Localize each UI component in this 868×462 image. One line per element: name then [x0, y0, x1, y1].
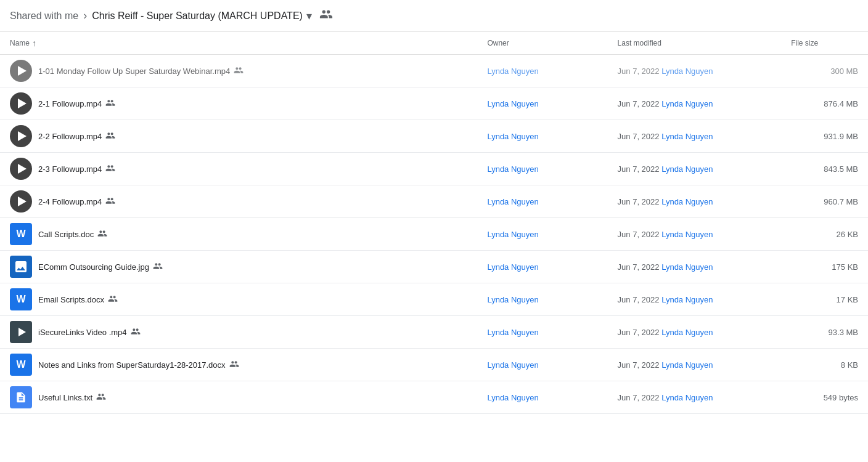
file-name: 2-3 Followup.mp4 — [38, 164, 102, 174]
file-type-icon — [10, 190, 32, 213]
file-name-row: 2-3 Followup.mp4 — [38, 163, 115, 175]
file-name-cell: 2-2 Followup.mp4 — [0, 120, 477, 152]
breadcrumb-separator: › — [83, 9, 87, 22]
file-name-cell: Useful Links.txt — [0, 381, 477, 413]
size-cell: 93.3 MB — [781, 316, 868, 349]
breadcrumb-current-folder: Chris Reiff - Super Saturday (MARCH UPDA… — [92, 9, 312, 23]
modified-cell: Jun 7, 2022 Lynda Nguyen — [608, 381, 782, 414]
table-row[interactable]: 2-1 Followup.mp4 Lynda NguyenJun 7, 2022… — [0, 87, 868, 120]
file-name-row: Notes and Links from SuperSaturday1-28-2… — [38, 359, 239, 371]
file-name: Useful Links.txt — [38, 393, 92, 402]
size-cell: 549 bytes — [781, 381, 868, 414]
file-name-row: 2-1 Followup.mp4 — [38, 98, 115, 110]
shared-icon — [105, 131, 115, 142]
modified-cell: Jun 7, 2022 Lynda Nguyen — [608, 120, 782, 153]
table-row[interactable]: Useful Links.txt Lynda NguyenJun 7, 2022… — [0, 381, 868, 414]
shared-icon — [234, 65, 244, 77]
size-cell: 843.5 MB — [781, 153, 868, 185]
file-name: Call Scripts.doc — [38, 230, 94, 239]
shared-icon — [131, 326, 141, 338]
size-cell: 26 KB — [781, 218, 868, 251]
file-name-cell: iSecureLinks Video .mp4 — [0, 316, 477, 348]
file-name: 2-1 Followup.mp4 — [38, 99, 102, 108]
owner-cell: Lynda Nguyen — [477, 316, 607, 349]
owner-cell: Lynda Nguyen — [477, 55, 607, 87]
owner-cell: Lynda Nguyen — [477, 120, 607, 153]
table-row[interactable]: 2-3 Followup.mp4 Lynda NguyenJun 7, 2022… — [0, 153, 868, 185]
modified-cell: Jun 7, 2022 Lynda Nguyen — [608, 283, 782, 316]
table-row[interactable]: 2-4 Followup.mp4 Lynda NguyenJun 7, 2022… — [0, 185, 868, 218]
size-cell: 960.7 MB — [781, 185, 868, 218]
file-name-row: EComm Outsourcing Guide.jpg — [38, 261, 163, 273]
file-type-icon: W — [10, 354, 32, 376]
file-name-row: 1-01 Monday Follow Up Super Saturday Web… — [38, 65, 244, 77]
sort-arrow-icon: ↑ — [32, 38, 36, 48]
shared-icon — [108, 294, 118, 306]
modified-cell: Jun 7, 2022 Lynda Nguyen — [608, 153, 782, 185]
file-type-icon — [10, 125, 32, 147]
file-name: iSecureLinks Video .mp4 — [38, 328, 127, 337]
file-name: 2-2 Followup.mp4 — [38, 132, 102, 141]
owner-cell: Lynda Nguyen — [477, 87, 607, 120]
shared-icon — [153, 261, 163, 273]
col-header-name[interactable]: Name ↑ — [0, 32, 477, 55]
modified-cell: Jun 7, 2022 Lynda Nguyen — [608, 185, 782, 218]
file-table: Name ↑ Owner Last modified File size 1-0… — [0, 32, 868, 414]
file-name-cell: 2-3 Followup.mp4 — [0, 153, 477, 185]
breadcrumb-shared-with-me[interactable]: Shared with me — [10, 10, 78, 22]
file-name-row: 2-4 Followup.mp4 — [38, 196, 115, 208]
file-name-row: iSecureLinks Video .mp4 — [38, 326, 141, 338]
shared-icon — [229, 359, 239, 371]
table-row[interactable]: EComm Outsourcing Guide.jpg Lynda Nguyen… — [0, 251, 868, 283]
file-name-cell: W Notes and Links from SuperSaturday1-28… — [0, 349, 477, 381]
size-cell: 931.9 MB — [781, 120, 868, 153]
table-row[interactable]: 2-2 Followup.mp4 Lynda NguyenJun 7, 2022… — [0, 120, 868, 153]
table-row[interactable]: W Call Scripts.doc Lynda NguyenJun 7, 20… — [0, 218, 868, 251]
table-row[interactable]: 1-01 Monday Follow Up Super Saturday Web… — [0, 55, 868, 87]
file-type-icon — [10, 321, 32, 343]
file-name: 2-4 Followup.mp4 — [38, 197, 102, 206]
size-cell: 300 MB — [781, 55, 868, 87]
table-row[interactable]: W Email Scripts.docx Lynda NguyenJun 7, … — [0, 283, 868, 316]
col-header-size[interactable]: File size — [781, 32, 868, 55]
file-name: Email Scripts.docx — [38, 295, 104, 304]
owner-cell: Lynda Nguyen — [477, 283, 607, 316]
modified-cell: Jun 7, 2022 Lynda Nguyen — [608, 316, 782, 349]
file-name-cell: 2-1 Followup.mp4 — [0, 87, 477, 120]
shared-icon — [97, 229, 107, 240]
owner-cell: Lynda Nguyen — [477, 251, 607, 283]
shared-icon — [105, 98, 115, 110]
table-row[interactable]: W Notes and Links from SuperSaturday1-28… — [0, 349, 868, 381]
file-name: Notes and Links from SuperSaturday1-28-2… — [38, 360, 226, 370]
file-name-cell: W Email Scripts.docx — [0, 283, 477, 315]
file-name-cell: EComm Outsourcing Guide.jpg — [0, 251, 477, 283]
owner-cell: Lynda Nguyen — [477, 185, 607, 218]
file-name-row: 2-2 Followup.mp4 — [38, 131, 115, 142]
file-name-row: Useful Links.txt — [38, 392, 106, 403]
owner-cell: Lynda Nguyen — [477, 349, 607, 381]
size-cell: 8 KB — [781, 349, 868, 381]
folder-dropdown-icon[interactable]: ▾ — [306, 9, 312, 23]
modified-cell: Jun 7, 2022 Lynda Nguyen — [608, 218, 782, 251]
modified-cell: Jun 7, 2022 Lynda Nguyen — [608, 55, 782, 87]
file-name-cell: W Call Scripts.doc — [0, 218, 477, 250]
file-type-icon — [10, 386, 32, 408]
owner-cell: Lynda Nguyen — [477, 218, 607, 251]
table-row[interactable]: iSecureLinks Video .mp4 Lynda NguyenJun … — [0, 316, 868, 349]
file-type-icon — [10, 158, 32, 180]
manage-members-icon[interactable] — [319, 7, 333, 24]
size-cell: 876.4 MB — [781, 87, 868, 120]
owner-cell: Lynda Nguyen — [477, 153, 607, 185]
file-name-row: Call Scripts.doc — [38, 229, 107, 240]
file-name-cell: 1-01 Monday Follow Up Super Saturday Web… — [0, 55, 477, 87]
col-header-owner[interactable]: Owner — [477, 32, 607, 55]
col-header-modified[interactable]: Last modified — [608, 32, 782, 55]
modified-cell: Jun 7, 2022 Lynda Nguyen — [608, 349, 782, 381]
file-name: 1-01 Monday Follow Up Super Saturday Web… — [38, 67, 230, 76]
modified-cell: Jun 7, 2022 Lynda Nguyen — [608, 87, 782, 120]
owner-cell: Lynda Nguyen — [477, 381, 607, 414]
folder-name-label: Chris Reiff - Super Saturday (MARCH UPDA… — [92, 10, 303, 22]
size-cell: 175 KB — [781, 251, 868, 283]
file-type-icon — [10, 92, 32, 115]
file-type-icon: W — [10, 288, 32, 310]
